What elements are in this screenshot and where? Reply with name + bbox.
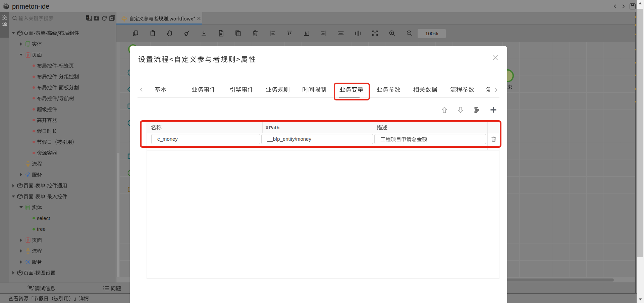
svg-text:in: in [87,16,89,19]
